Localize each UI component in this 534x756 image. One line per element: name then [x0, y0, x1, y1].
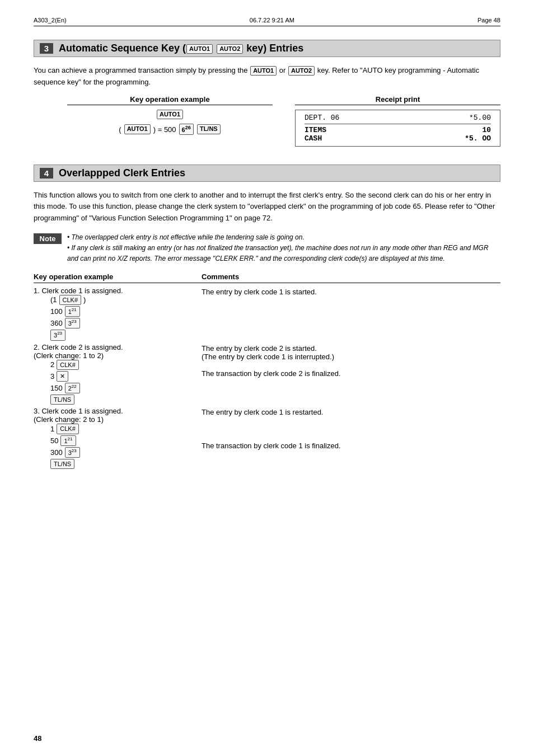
section-3-body: You can achieve a programmed transaction… — [34, 65, 500, 88]
page: A303_2(En) 06.7.22 9:21 AM Page 48 3 Aut… — [0, 0, 534, 756]
section-4: 4 Overlappped Clerk Entries This functio… — [34, 165, 500, 471]
dept3-key-1: 323 — [65, 318, 80, 328]
key-operation-col: Key operation example AUTO1 ( AUTO1 ) = … — [67, 95, 273, 147]
row1-key4: 323 — [50, 330, 65, 340]
clk-key-1: CLK# — [59, 295, 82, 306]
note-label: Note — [34, 233, 62, 244]
row3-op: 3. Clerk code 1 is assigned. (Clerk chan… — [34, 407, 202, 470]
row3-keys: 1 CLK# 50 121 300 323 TL/NS — [50, 424, 197, 470]
row2-op-main: 2. Clerk code 2 is assigned. — [34, 343, 197, 351]
receipt-box: DEPT. 06 *5.00 ITEMS 10 CASH *5. OO — [295, 110, 500, 147]
receipt-header: Receipt print — [295, 95, 500, 105]
receipt-row-2: ITEMS 10 — [305, 126, 491, 134]
row3-comment: The entry by clerk code 1 is restarted. … — [202, 407, 500, 450]
tlns-key-2: TL/NS — [50, 395, 74, 405]
table-header: Key operation example Comments — [34, 273, 500, 283]
auto2-title-key: AUTO2 — [217, 44, 243, 54]
auto1-title-key: AUTO1 — [186, 44, 213, 54]
receipt-cash-val: *5. OO — [465, 134, 491, 143]
key-op-header: Key operation example — [67, 95, 273, 105]
dept3-key-2: 323 — [65, 447, 80, 458]
section-4-body: This function allows you to switch from … — [34, 190, 500, 224]
page-number: 48 — [34, 734, 41, 743]
row3-op-sub: (Clerk change: 2 to 1) — [34, 415, 197, 424]
row1-op: 1. Clerk code 1 is assigned. (1 CLK# ) 1… — [34, 287, 202, 342]
dept2-key: 222 — [65, 383, 80, 393]
receipt-items: ITEMS — [305, 126, 326, 134]
section-4-title-bar: 4 Overlappped Clerk Entries — [34, 165, 500, 182]
note-line-1: • The overlapped clerk entry is not effe… — [67, 232, 500, 243]
section-3-title: Automatic Sequence Key (AUTO1 AUTO2 key)… — [59, 43, 303, 54]
note-box: Note • The overlapped clerk entry is not… — [34, 232, 500, 265]
note-line-2: • If any clerk is still making an entry … — [67, 243, 500, 264]
row3-key2: 50 121 — [50, 435, 76, 446]
row2-comment-3: The transaction by clerk code 2 is final… — [202, 369, 500, 378]
row2-keys: 2 CLK# 3 ✕ 150 222 TL/NS — [50, 360, 197, 406]
receipt-divider — [305, 124, 491, 124]
section-3-examples: Key operation example AUTO1 ( AUTO1 ) = … — [67, 95, 500, 147]
table-row-3: 3. Clerk code 1 is assigned. (Clerk chan… — [34, 407, 500, 470]
row3-key1: 1 CLK# — [50, 424, 79, 434]
clk-key-2: CLK# — [57, 360, 79, 370]
section-3: 3 Automatic Sequence Key (AUTO1 AUTO2 ke… — [34, 40, 500, 147]
receipt-row-3: CASH *5. OO — [305, 134, 491, 143]
row3-key3: 300 323 — [50, 447, 80, 458]
col-op-header: Key operation example — [34, 273, 202, 281]
row2-key1: 2 CLK# — [50, 360, 79, 370]
row3-op-main: 3. Clerk code 1 is assigned. — [34, 407, 197, 415]
row3-comment-2: The transaction by clerk code 1 is final… — [202, 442, 500, 450]
times-key: ✕ — [57, 371, 68, 382]
receipt-items-val: 10 — [482, 126, 491, 134]
note-text: • The overlapped clerk entry is not effe… — [67, 232, 500, 265]
row2-key4: TL/NS — [50, 395, 74, 405]
row2-comment-2: (The entry by clerk code 1 is interrupte… — [202, 353, 500, 361]
col-comment-header: Comments — [202, 273, 500, 281]
row1-comment-1: The entry by clerk code 1 is started. — [202, 288, 500, 296]
dept1-key: 121 — [65, 306, 80, 317]
row1-key3: 360 323 — [50, 318, 80, 328]
row2-comment: The entry by clerk code 2 is started. (T… — [202, 343, 500, 378]
section-3-number: 3 — [40, 43, 53, 54]
row1-keys: (1 CLK# ) 100 121 360 323 — [50, 295, 197, 342]
num3-key: 323 — [50, 330, 65, 340]
tlns-key-3: TL/NS — [50, 459, 74, 469]
auto1-inline-key: AUTO1 — [250, 66, 277, 76]
auto1-op-key: AUTO1 — [157, 110, 183, 119]
dept1-key-2: 121 — [60, 435, 76, 446]
page-header: A303_2(En) 06.7.22 9:21 AM Page 48 — [34, 17, 500, 26]
formula-line: ( AUTO1 ) = 500 626 TL/NS — [119, 124, 221, 135]
tlns-key: TL/NS — [197, 124, 221, 134]
row2-key2: 3 ✕ — [50, 371, 68, 382]
receipt-col: Receipt print DEPT. 06 *5.00 ITEMS 10 CA… — [295, 95, 500, 147]
section-3-title-bar: 3 Automatic Sequence Key (AUTO1 AUTO2 ke… — [34, 40, 500, 57]
clerk-table: Key operation example Comments 1. Clerk … — [34, 273, 500, 471]
header-left: A303_2(En) — [34, 17, 67, 24]
section-4-number: 4 — [40, 168, 53, 179]
num6-key: 626 — [179, 124, 194, 135]
auto2-inline-key: AUTO2 — [288, 66, 315, 76]
row1-op-main: 1. Clerk code 1 is assigned. — [34, 287, 197, 295]
row3-key4: TL/NS — [50, 459, 74, 469]
row1-key1: (1 CLK# ) — [50, 295, 86, 306]
table-row-2: 2. Clerk code 2 is assigned. (Clerk chan… — [34, 343, 500, 406]
receipt-dept-val: *5.00 — [469, 114, 491, 122]
row2-comment-1: The entry by clerk code 2 is started. — [202, 344, 500, 353]
receipt-row-1: DEPT. 06 *5.00 — [305, 114, 491, 122]
receipt-cash: CASH — [305, 134, 322, 143]
section-4-title: Overlappped Clerk Entries — [59, 167, 185, 179]
auto1-formula-key: AUTO1 — [124, 124, 151, 134]
auto1-key-row: AUTO1 — [156, 110, 184, 119]
key-sequence: AUTO1 ( AUTO1 ) = 500 626 TL/NS — [67, 110, 273, 135]
row2-op: 2. Clerk code 2 is assigned. (Clerk chan… — [34, 343, 202, 406]
clk-key-3: CLK# — [57, 424, 79, 434]
row2-op-sub: (Clerk change: 1 to 2) — [34, 351, 197, 360]
row1-comment: The entry by clerk code 1 is started. — [202, 287, 500, 296]
row3-comment-1: The entry by clerk code 1 is restarted. — [202, 408, 500, 416]
header-middle: 06.7.22 9:21 AM — [250, 17, 294, 24]
receipt-dept: DEPT. 06 — [305, 114, 339, 122]
row1-key2: 100 121 — [50, 306, 80, 317]
row2-key3: 150 222 — [50, 383, 80, 393]
table-row-1: 1. Clerk code 1 is assigned. (1 CLK# ) 1… — [34, 287, 500, 342]
header-right: Page 48 — [477, 17, 500, 24]
